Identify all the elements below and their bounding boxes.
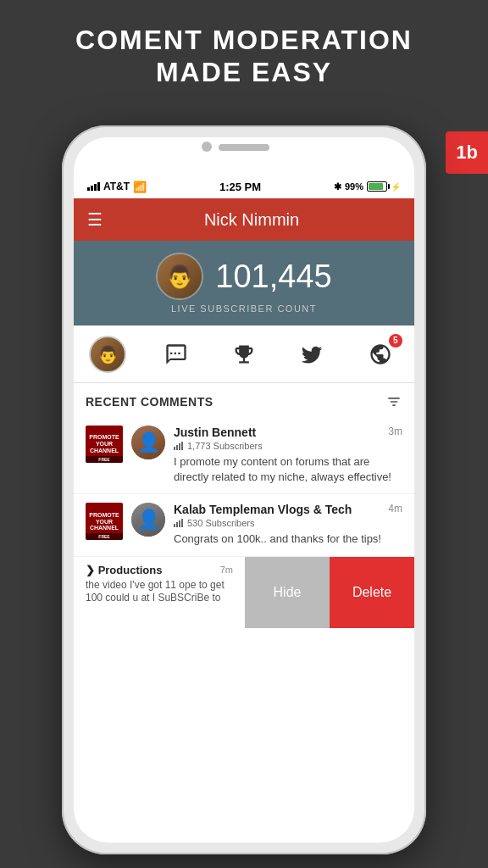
comment-item-2[interactable]: PROMOTEYOURCHANNEL FREE Kalab Templeman … — [74, 494, 414, 556]
subscriber-label: LIVE SUBSCRIBER COUNT — [171, 303, 317, 314]
channel-avatar: 👨 — [156, 253, 203, 300]
nav-title: Nick Nimmin — [103, 210, 401, 230]
svg-rect-0 — [174, 447, 175, 450]
subs-icon-2 — [174, 519, 184, 527]
recent-label: RECENT COMMENTS — [86, 395, 214, 409]
comment-header-2: Kalab Templeman Vlogs & Tech 4m — [174, 503, 402, 516]
signal-bar-1 — [87, 187, 90, 191]
subscriber-section: 👨 101,445 LIVE SUBSCRIBER COUNT — [74, 241, 414, 326]
battery-percent: 99% — [345, 181, 363, 192]
swipe-comment-text: the video I've got 11 ope to get 100 cou… — [86, 579, 233, 605]
commenter-subs-2: 530 Subscribers — [174, 518, 402, 528]
swipe-comment-time: 7m — [220, 565, 233, 575]
tab-avatar: 👨 — [89, 336, 126, 373]
svg-rect-4 — [174, 524, 175, 527]
phone-mockup: AT&T 📶 1:25 PM ✱ 99% ⚡ ☰ Nick Nimmin — [62, 125, 426, 854]
comment-text-1: I promote my content on forums that are … — [174, 454, 402, 485]
tab-globe[interactable]: 5 — [355, 329, 406, 380]
subscriber-count: 101,445 — [215, 259, 331, 295]
svg-rect-1 — [176, 445, 178, 450]
commenter-avatar-1 — [131, 426, 165, 459]
hide-label: Hide — [274, 585, 302, 600]
tab-twitter[interactable] — [286, 329, 337, 380]
commenter-avatar-2 — [131, 503, 165, 537]
wifi-icon: 📶 — [133, 181, 147, 193]
phone-screen: AT&T 📶 1:25 PM ✱ 99% ⚡ ☰ Nick Nimmin — [74, 137, 414, 843]
globe-icon — [369, 342, 392, 366]
swipe-commenter-name: ❯ Productions — [86, 564, 162, 576]
subscriber-row: 👨 101,445 — [156, 253, 331, 300]
comment-item-1[interactable]: PROMOTEYOURCHANNEL FREE Justin Bennett 3… — [74, 417, 414, 494]
battery-icon — [367, 181, 387, 192]
status-left: AT&T 📶 — [87, 181, 147, 193]
charging-icon: ⚡ — [391, 182, 401, 192]
comments-icon — [164, 342, 188, 366]
swipe-comment-header: ❯ Productions 7m — [86, 564, 233, 576]
phone-speaker — [219, 144, 269, 151]
svg-rect-5 — [176, 522, 178, 527]
tubebuddy-badge[interactable]: 1b — [446, 131, 488, 174]
signal-bar-3 — [94, 184, 97, 191]
tab-trophy[interactable] — [219, 329, 269, 380]
delete-button[interactable]: Delete — [330, 557, 414, 628]
comment-thumb-1: PROMOTEYOURCHANNEL FREE — [86, 426, 123, 463]
delete-label: Delete — [352, 585, 391, 600]
tb-badge-label: 1b — [456, 142, 478, 164]
status-bar: AT&T 📶 1:25 PM ✱ 99% ⚡ — [74, 175, 414, 198]
commenter-subs-1: 1,773 Subscribers — [174, 441, 402, 451]
comment-body-2: Kalab Templeman Vlogs & Tech 4m 530 Subs… — [174, 503, 402, 547]
comment-header-1: Justin Bennett 3m — [174, 426, 402, 439]
subs-icon-1 — [174, 442, 184, 450]
recent-comments-header: RECENT COMMENTS — [74, 383, 414, 417]
tab-row: 👨 — [74, 326, 414, 383]
filter-icon[interactable] — [385, 393, 402, 410]
swipe-comment-row[interactable]: ❯ Productions 7m the video I've got 11 o… — [74, 557, 414, 628]
svg-rect-6 — [179, 520, 180, 527]
trophy-icon — [232, 342, 256, 366]
comment-text-2: Congrats on 100k.. and thanks for the ti… — [174, 531, 402, 547]
signal-bar-4 — [97, 182, 100, 191]
nav-bar: ☰ Nick Nimmin — [74, 198, 414, 241]
twitter-icon — [300, 342, 324, 366]
battery-fill — [369, 183, 383, 190]
comment-body-1: Justin Bennett 3m 1,773 Subscribers I pr… — [174, 426, 402, 485]
swipe-comment-content: ❯ Productions 7m the video I've got 11 o… — [74, 557, 245, 628]
status-time: 1:25 PM — [219, 181, 261, 193]
tab-profile[interactable]: 👨 — [82, 329, 133, 380]
menu-icon[interactable]: ☰ — [87, 209, 103, 230]
status-right: ✱ 99% ⚡ — [334, 181, 401, 192]
svg-rect-3 — [181, 442, 183, 450]
commenter-name-1: Justin Bennett — [174, 426, 256, 439]
hide-button[interactable]: Hide — [245, 557, 330, 628]
signal-bars — [87, 182, 100, 191]
globe-badge: 5 — [389, 334, 402, 348]
svg-rect-2 — [179, 443, 180, 450]
comment-time-2: 4m — [388, 503, 402, 515]
bluetooth-icon: ✱ — [334, 181, 341, 192]
phone-camera — [202, 142, 212, 152]
comment-time-1: 3m — [388, 426, 402, 437]
header-banner: COMENT MODERATION MADE EASY — [0, 0, 488, 106]
carrier-label: AT&T — [103, 181, 130, 192]
comment-thumb-2: PROMOTEYOURCHANNEL FREE — [86, 503, 123, 540]
tab-comments[interactable] — [151, 329, 202, 380]
svg-rect-7 — [181, 519, 183, 527]
commenter-name-2: Kalab Templeman Vlogs & Tech — [174, 503, 352, 516]
signal-bar-2 — [91, 186, 93, 191]
header-title: COMENT MODERATION MADE EASY — [17, 24, 471, 89]
